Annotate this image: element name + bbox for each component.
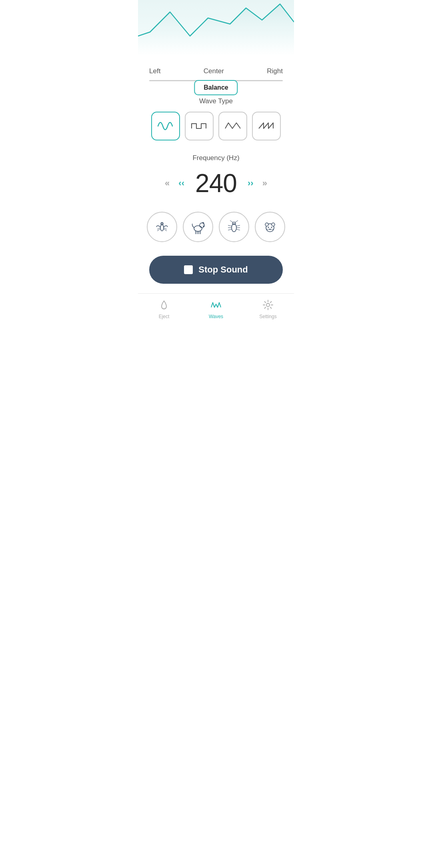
nav-item-waves[interactable]: Waves bbox=[202, 299, 230, 319]
svg-point-1 bbox=[160, 225, 164, 231]
svg-line-21 bbox=[228, 229, 232, 230]
svg-point-27 bbox=[272, 223, 275, 226]
stop-sound-button[interactable]: Stop Sound bbox=[149, 256, 283, 284]
wave-type-buttons bbox=[146, 112, 286, 140]
balance-slider-row[interactable]: Balance bbox=[149, 80, 283, 81]
frequency-controls: « ‹‹ 240 ›› » bbox=[146, 168, 286, 198]
svg-line-19 bbox=[228, 225, 232, 226]
svg-point-33 bbox=[266, 303, 270, 307]
pest-btn-mosquito[interactable] bbox=[147, 212, 177, 242]
balance-left-label: Left bbox=[149, 67, 160, 75]
freq-arrow-double-right[interactable]: » bbox=[259, 176, 270, 190]
stop-sound-label: Stop Sound bbox=[198, 265, 248, 275]
balance-thumb[interactable]: Balance bbox=[194, 80, 238, 95]
wave-btn-sine[interactable] bbox=[151, 112, 180, 140]
svg-line-22 bbox=[236, 225, 240, 226]
stop-icon bbox=[184, 265, 193, 274]
stop-sound-section: Stop Sound bbox=[138, 246, 294, 290]
pest-btn-mouse[interactable] bbox=[255, 212, 285, 242]
svg-line-24 bbox=[236, 229, 240, 230]
freq-arrow-double-left[interactable]: « bbox=[162, 176, 173, 190]
pest-btn-cockroach[interactable] bbox=[219, 212, 249, 242]
eject-icon bbox=[158, 299, 170, 312]
svg-line-17 bbox=[230, 221, 233, 223]
svg-point-8 bbox=[194, 226, 202, 231]
pest-btn-dog[interactable] bbox=[183, 212, 213, 242]
svg-point-10 bbox=[203, 226, 204, 227]
frequency-label: Frequency (Hz) bbox=[146, 154, 286, 162]
nav-item-eject[interactable]: Eject bbox=[150, 299, 178, 319]
balance-center-label: Center bbox=[204, 67, 224, 75]
nav-label-waves: Waves bbox=[209, 314, 223, 319]
svg-point-15 bbox=[232, 224, 236, 232]
frequency-value: 240 bbox=[190, 168, 242, 198]
nav-label-settings: Settings bbox=[259, 314, 276, 319]
freq-arrow-single-right[interactable]: ›› bbox=[244, 176, 257, 190]
wave-btn-sawtooth[interactable] bbox=[252, 112, 281, 140]
svg-point-28 bbox=[268, 227, 269, 228]
slider-track: Balance bbox=[149, 80, 283, 81]
balance-right-label: Right bbox=[267, 67, 283, 75]
wave-btn-triangle[interactable] bbox=[218, 112, 247, 140]
svg-point-26 bbox=[265, 223, 268, 226]
waves-icon bbox=[210, 299, 222, 312]
frequency-section: Frequency (Hz) « ‹‹ 240 ›› » bbox=[138, 144, 294, 202]
nav-label-eject: Eject bbox=[159, 314, 170, 319]
balance-labels: Left Center Right bbox=[149, 67, 283, 75]
svg-line-18 bbox=[235, 221, 238, 223]
balance-section: Left Center Right Balance bbox=[138, 56, 294, 89]
settings-icon bbox=[262, 299, 274, 312]
wave-type-section: Wave Type bbox=[138, 89, 294, 144]
bottom-nav: Eject Waves Settings bbox=[138, 293, 294, 329]
svg-point-30 bbox=[269, 229, 271, 230]
wave-btn-square[interactable] bbox=[185, 112, 214, 140]
nav-item-settings[interactable]: Settings bbox=[254, 299, 282, 319]
waveform-chart bbox=[138, 0, 294, 56]
wave-type-label: Wave Type bbox=[146, 97, 286, 105]
pest-section bbox=[138, 202, 294, 246]
freq-arrow-single-left[interactable]: ‹‹ bbox=[175, 176, 188, 190]
svg-point-29 bbox=[271, 227, 272, 228]
